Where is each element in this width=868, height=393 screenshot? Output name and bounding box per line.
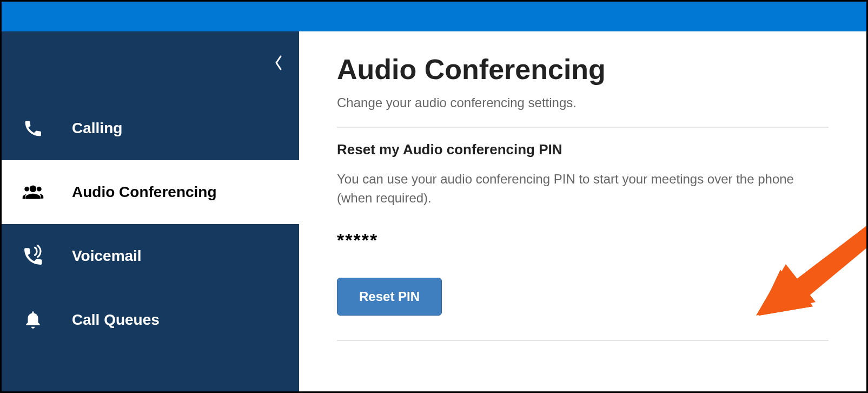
svg-marker-2 <box>756 264 816 316</box>
divider <box>337 340 829 341</box>
main-content: Audio Conferencing Change your audio con… <box>299 31 866 391</box>
section-description: You can use your audio conferencing PIN … <box>337 170 829 208</box>
sidebar-item-label: Voicemail <box>72 247 142 265</box>
divider <box>337 127 829 128</box>
phone-icon <box>21 116 45 141</box>
svg-marker-1 <box>759 267 813 316</box>
sidebar-item-calling[interactable]: Calling <box>2 96 299 160</box>
sidebar-item-label: Audio Conferencing <box>72 184 217 201</box>
content-container: Calling Audio Conferencing Voicemail Cal… <box>2 31 866 391</box>
section-title: Reset my Audio conferencing PIN <box>337 141 829 158</box>
top-bar <box>2 2 866 31</box>
page-subtitle: Change your audio conferencing settings. <box>337 95 829 110</box>
sidebar-item-label: Calling <box>72 120 122 137</box>
voicemail-icon <box>21 244 45 268</box>
sidebar-item-voicemail[interactable]: Voicemail <box>2 224 299 288</box>
people-icon <box>21 180 45 205</box>
reset-pin-button[interactable]: Reset PIN <box>337 278 442 316</box>
page-title: Audio Conferencing <box>337 53 829 86</box>
sidebar: Calling Audio Conferencing Voicemail Cal… <box>2 31 299 391</box>
chevron-left-icon[interactable] <box>274 55 283 73</box>
sidebar-item-label: Call Queues <box>72 311 160 329</box>
bell-icon <box>21 308 45 332</box>
pin-masked-value: ***** <box>337 230 829 251</box>
sidebar-item-audio-conferencing[interactable]: Audio Conferencing <box>2 160 299 224</box>
sidebar-collapse-row <box>2 31 299 96</box>
sidebar-item-call-queues[interactable]: Call Queues <box>2 288 299 352</box>
